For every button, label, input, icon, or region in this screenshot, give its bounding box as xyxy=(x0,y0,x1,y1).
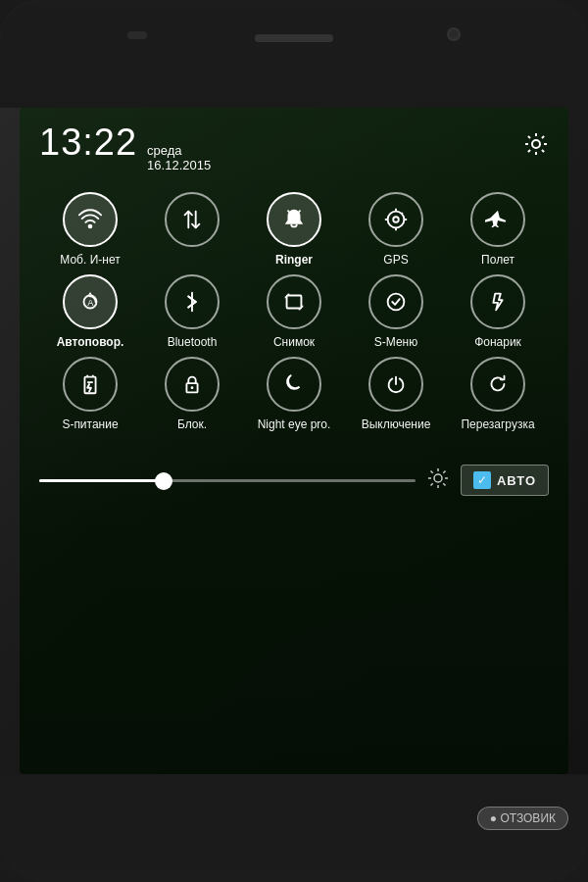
phone-frame: 13:22 среда 16.12.2015 xyxy=(0,0,588,882)
reboot-label: Перезагрузка xyxy=(461,417,534,431)
phone-speaker xyxy=(255,34,333,42)
qs-item-autorotate[interactable]: A Автоповор. xyxy=(46,274,134,349)
data-transfer-icon-circle xyxy=(165,192,220,247)
ringer-label: Ringer xyxy=(275,253,313,267)
reboot-icon-circle xyxy=(470,357,525,412)
brightness-sun-icon xyxy=(427,467,449,494)
svg-line-3 xyxy=(288,211,290,213)
qs-item-reboot[interactable]: Перезагрузка xyxy=(454,357,542,431)
flashlight-icon-circle xyxy=(470,274,525,329)
gps-icon-circle xyxy=(368,192,423,247)
brightness-slider[interactable] xyxy=(39,479,416,482)
lock-label: Блок. xyxy=(177,417,207,431)
data-transfer-label xyxy=(190,253,193,267)
bluetooth-icon-circle xyxy=(165,274,220,329)
brightness-thumb[interactable] xyxy=(155,472,172,490)
wifi-label: Моб. И-нет xyxy=(60,253,120,267)
svg-line-33 xyxy=(430,470,432,472)
qs-item-nighteye[interactable]: Night eye pro. xyxy=(250,357,338,431)
svg-rect-15 xyxy=(287,296,302,309)
svg-point-20 xyxy=(388,294,405,311)
auto-brightness-checkbox[interactable]: ✓ АВТО xyxy=(461,465,549,496)
smenu-icon-circle xyxy=(368,274,423,329)
qs-item-screenshot[interactable]: Снимок xyxy=(250,274,338,349)
time-block: 13:22 среда 16.12.2015 xyxy=(39,122,211,172)
poweroff-icon-circle xyxy=(368,357,423,412)
svg-line-4 xyxy=(299,211,301,213)
svg-line-35 xyxy=(443,470,445,472)
screenshot-label: Снимок xyxy=(273,335,315,349)
qs-item-gps[interactable]: GPS xyxy=(352,192,440,267)
nighteye-label: Night eye pro. xyxy=(258,417,331,431)
svg-text:A: A xyxy=(87,298,94,308)
autorotate-icon-circle: A xyxy=(63,274,118,329)
qs-row-2: A Автоповор. xyxy=(39,274,549,349)
time-display: 13:22 xyxy=(39,122,137,164)
nighteye-icon-circle xyxy=(267,357,321,412)
wifi-icon-circle xyxy=(63,192,118,247)
airplane-label: Полет xyxy=(481,253,514,267)
phone-camera xyxy=(447,27,461,41)
svg-point-26 xyxy=(191,386,194,389)
qs-row-3: S-питание Блок. xyxy=(39,357,549,431)
date-block: среда 16.12.2015 xyxy=(147,143,211,172)
qs-item-data-transfer[interactable] xyxy=(148,192,236,267)
qs-item-poweroff[interactable]: Выключение xyxy=(352,357,440,431)
flashlight-label: Фонарик xyxy=(474,335,521,349)
auto-label: АВТО xyxy=(497,473,536,488)
status-bar: 13:22 среда 16.12.2015 xyxy=(20,108,568,182)
brightness-track xyxy=(39,479,416,482)
smenu-label: S-Меню xyxy=(374,335,417,349)
svg-point-0 xyxy=(532,140,540,148)
spower-icon-circle xyxy=(63,357,118,412)
brightness-row: ✓ АВТО xyxy=(20,449,568,506)
qs-item-flashlight[interactable]: Фонарик xyxy=(454,274,542,349)
date-display: 16.12.2015 xyxy=(147,158,211,172)
poweroff-label: Выключение xyxy=(362,417,431,431)
phone-screen: 13:22 среда 16.12.2015 xyxy=(20,108,568,774)
gps-label: GPS xyxy=(383,253,408,267)
lock-icon-circle xyxy=(165,357,220,412)
svg-line-36 xyxy=(430,483,432,485)
quick-settings-panel: Моб. И-нет xyxy=(20,182,568,449)
svg-line-11 xyxy=(402,213,404,215)
qs-row-1: Моб. И-нет xyxy=(39,192,549,267)
phone-top-bezel xyxy=(0,0,588,108)
qs-item-ringer[interactable]: Ringer xyxy=(250,192,338,267)
svg-point-28 xyxy=(434,474,442,482)
svg-line-34 xyxy=(443,483,445,485)
brightness-fill xyxy=(39,479,171,482)
qs-item-wifi[interactable]: Моб. И-нет xyxy=(46,192,134,267)
qs-item-smenu[interactable]: S-Меню xyxy=(352,274,440,349)
spower-label: S-питание xyxy=(62,417,118,431)
qs-item-lock[interactable]: Блок. xyxy=(148,357,236,431)
phone-bottom-bezel: ● ОТЗОВИК xyxy=(0,774,588,882)
airplane-icon-circle xyxy=(470,192,525,247)
qs-item-bluetooth[interactable]: Bluetooth xyxy=(148,274,236,349)
phone-sensor xyxy=(127,31,147,39)
screenshot-icon-circle xyxy=(267,274,321,329)
ringer-icon-circle xyxy=(267,192,321,247)
auto-check-mark: ✓ xyxy=(473,471,491,489)
qs-item-airplane[interactable]: Полет xyxy=(454,192,542,267)
day-of-week: среда xyxy=(147,143,211,158)
otzovik-watermark: ● ОТЗОВИК xyxy=(477,807,568,830)
settings-icon[interactable] xyxy=(523,131,549,163)
autorotate-label: Автоповор. xyxy=(57,335,124,349)
bluetooth-label: Bluetooth xyxy=(168,335,218,349)
svg-point-10 xyxy=(393,217,399,222)
qs-item-spower[interactable]: S-питание xyxy=(46,357,134,431)
